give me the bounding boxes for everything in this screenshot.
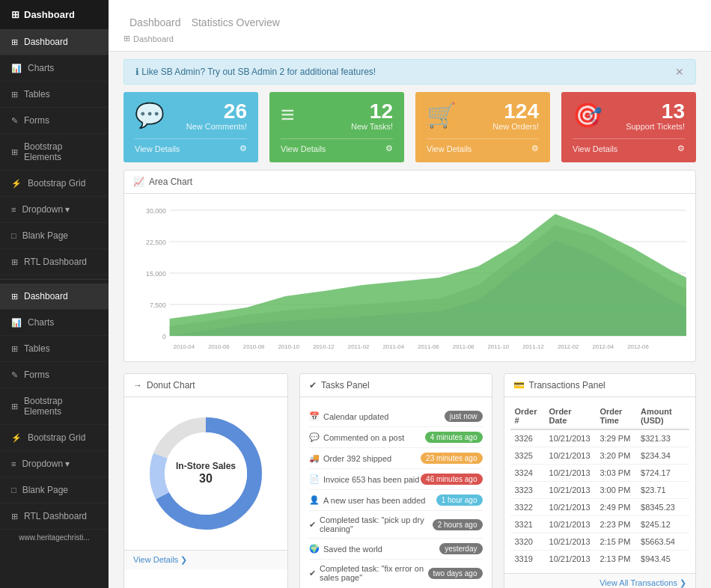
stat-link-comments[interactable]: View Details: [135, 144, 180, 153]
task-item-7: ✔ Completed task: "fix error on sales pa…: [309, 560, 483, 587]
transactions-footer[interactable]: View All Transactions ❯: [504, 573, 696, 588]
page-title: Dashboard Statistics Overview: [123, 11, 696, 31]
trans-cell-4-3: $8345.23: [636, 499, 689, 516]
alert-close-button[interactable]: ✕: [675, 66, 684, 78]
svg-text:30,000: 30,000: [146, 207, 166, 215]
trans-cell-3-1: 10/21/2013: [545, 482, 596, 499]
area-chart-heading: 📈 Area Chart: [124, 171, 695, 194]
svg-text:2010-06: 2010-06: [208, 343, 230, 350]
stat-link-orders[interactable]: View Details: [427, 144, 472, 153]
sidebar-icon-charts: 📊: [11, 64, 22, 73]
sidebar-item-tables2[interactable]: ⊞Tables: [0, 336, 109, 362]
sidebar-item-charts[interactable]: 📊Charts: [0, 55, 109, 82]
sidebar-icon-bootstrap-elements2: ⊞: [11, 402, 18, 411]
sidebar-icon-tables: ⊞: [11, 90, 18, 99]
stat-card-orders: 🛒 124 New Orders! View Details ⚙: [415, 92, 550, 162]
svg-text:15,000: 15,000: [146, 270, 166, 278]
sidebar-icon-dropdown2: ≡: [11, 459, 16, 468]
sidebar-label-bootstrap-grid2: Bootstrap Grid: [28, 432, 85, 443]
transactions-view-all[interactable]: View All Transactions ❯: [599, 578, 686, 587]
trans-cell-6-2: 2:15 PM: [595, 533, 636, 551]
svg-text:30: 30: [199, 472, 213, 485]
sidebar-item-bootstrap-grid2[interactable]: ⚡Bootstrap Grid: [0, 425, 109, 451]
stat-top-comments: 💬 26 New Comments!: [135, 101, 247, 131]
tasks-heading: ✔ Tasks Panel: [300, 374, 492, 397]
sidebar-item-bootstrap-elements[interactable]: ⊞Bootstrap Elements: [0, 134, 109, 171]
trans-cell-3-0: 3323: [510, 482, 545, 499]
task-icon-7: ✔: [309, 569, 316, 578]
stat-card-tickets: 🎯 13 Support Tickets! View Details ⚙: [561, 92, 696, 162]
trans-cell-2-0: 3324: [510, 465, 545, 482]
task-item-1: 💬 Commented on a post 4 minutes ago: [309, 427, 483, 448]
breadcrumb-label: Dashboard: [133, 34, 174, 43]
table-row-0: 332610/21/20133:29 PM$321.33: [510, 429, 690, 447]
trans-cell-7-0: 3319: [510, 551, 545, 568]
sidebar-label-rtl-dashboard2: RTL Dashboard: [24, 511, 87, 521]
task-icon-3: 📄: [309, 474, 320, 484]
sidebar-label-charts2: Charts: [28, 317, 54, 328]
stat-top-tickets: 🎯 13 Support Tickets!: [573, 101, 685, 131]
stat-link-tasks[interactable]: View Details: [281, 144, 326, 153]
sidebar-icon-charts2: 📊: [11, 318, 22, 328]
sidebar-icon-bootstrap-grid2: ⚡: [11, 433, 22, 443]
donut-view-details[interactable]: View Details: [133, 555, 178, 564]
sidebar-item-dropdown2[interactable]: ≡Dropdown ▾: [0, 451, 109, 477]
stat-icon-tickets: 🎯: [573, 101, 602, 129]
task-icon-2: 🚚: [309, 453, 320, 463]
task-badge-2: 23 minutes ago: [421, 453, 482, 464]
alert-banner: ℹ Like SB Admin? Try out SB Admin 2 for …: [123, 59, 696, 85]
donut-panel: → Donut Chart: [123, 373, 288, 588]
svg-text:2011-04: 2011-04: [383, 343, 405, 350]
sidebar-item-blank-page[interactable]: □Blank Page: [0, 223, 109, 249]
donut-footer[interactable]: View Details ❯: [124, 550, 287, 569]
task-text-1: Commented on a post: [323, 433, 404, 442]
sidebar-item-bootstrap-grid[interactable]: ⚡Bootstrap Grid: [0, 171, 109, 197]
table-row-5: 332110/21/20132:23 PM$245.12: [510, 516, 690, 533]
stat-icon-tasks: ≡: [281, 101, 295, 129]
stat-label-orders: New Orders!: [492, 122, 539, 131]
trans-cell-1-1: 10/21/2013: [545, 447, 596, 465]
table-row-3: 332310/21/20133:00 PM$23.71: [510, 482, 690, 499]
trans-cell-2-3: $724.17: [636, 465, 689, 482]
sidebar-item-dashboard2[interactable]: ⊞Dashboard: [0, 284, 109, 310]
sidebar-label-forms2: Forms: [24, 370, 49, 380]
task-left-7: ✔ Completed task: "fix error on sales pa…: [309, 564, 428, 582]
stat-link-tickets[interactable]: View Details: [573, 144, 617, 153]
sidebar-item-charts2[interactable]: 📊Charts: [0, 310, 109, 336]
sidebar-icon-rtl-dashboard: ⊞: [11, 257, 18, 267]
trans-cell-5-0: 3321: [510, 516, 545, 533]
task-left-3: 📄 Invoice 653 has been paid: [309, 474, 419, 484]
task-badge-5: 2 hours ago: [433, 519, 483, 530]
sidebar-item-rtl-dashboard2[interactable]: ⊞RTL Dashboard: [0, 503, 109, 530]
tasks-panel: ✔ Tasks Panel 📅 Calendar updated just no…: [299, 373, 492, 588]
trans-cell-1-2: 3:20 PM: [595, 447, 636, 465]
transactions-body: Order #Order DateOrder TimeAmount (USD)3…: [504, 397, 696, 573]
svg-text:2012-02: 2012-02: [558, 343, 579, 350]
sidebar-item-dropdown[interactable]: ≡Dropdown ▾: [0, 197, 109, 223]
task-item-4: 👤 A new user has been added 1 hour ago: [309, 490, 483, 511]
sidebar-item-bootstrap-elements2[interactable]: ⊞Bootstrap Elements: [0, 388, 109, 425]
sidebar-item-blank-page2[interactable]: □Blank Page: [0, 477, 109, 503]
task-badge-0: just now: [445, 411, 483, 422]
trans-cell-1-3: $234.34: [636, 447, 689, 465]
transactions-panel: 💳 Transactions Panel Order #Order DateOr…: [504, 373, 697, 588]
dashboard-icon: ⊞: [11, 9, 19, 20]
sidebar-label-bootstrap-grid: Bootstrap Grid: [28, 178, 85, 189]
task-text-2: Order 392 shipped: [323, 454, 391, 463]
stat-top-orders: 🛒 124 New Orders!: [427, 101, 539, 131]
sidebar-item-forms2[interactable]: ✎Forms: [0, 362, 109, 388]
sidebar-icon-forms2: ✎: [11, 370, 18, 380]
breadcrumb: ⊞ Dashboard: [123, 31, 696, 43]
sidebar-item-tables[interactable]: ⊞Tables: [0, 82, 109, 108]
sidebar-item-dashboard[interactable]: ⊞Dashboard: [0, 29, 109, 55]
sidebar-label-charts: Charts: [28, 63, 54, 73]
task-item-5: ✔ Completed task: "pick up dry cleaning"…: [309, 511, 483, 539]
sidebar-item-forms[interactable]: ✎Forms: [0, 108, 109, 134]
sidebar-item-rtl-dashboard[interactable]: ⊞RTL Dashboard: [0, 249, 109, 275]
stat-icon-orders: 🛒: [427, 101, 457, 129]
stat-numbers-orders: 124 New Orders!: [492, 101, 539, 131]
task-left-4: 👤 A new user has been added: [309, 495, 425, 505]
trans-cell-6-3: $5663.54: [636, 533, 689, 551]
page-subtitle: Statistics Overview: [192, 16, 280, 28]
svg-text:2012-06: 2012-06: [627, 343, 649, 350]
